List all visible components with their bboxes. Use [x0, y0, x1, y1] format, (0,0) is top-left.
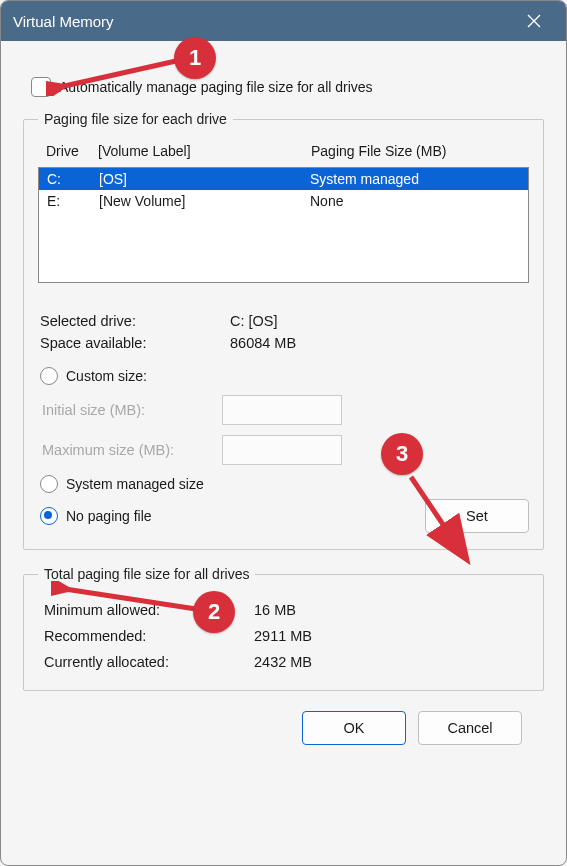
no-paging-label: No paging file: [66, 508, 152, 524]
custom-size-radio[interactable]: [40, 367, 58, 385]
titlebar: Virtual Memory: [1, 1, 566, 41]
totals-legend: Total paging file size for all drives: [38, 566, 255, 582]
drive-letter: C:: [47, 171, 99, 187]
annotation-badge-1: 1: [174, 37, 216, 79]
auto-manage-row: Automatically manage paging file size fo…: [31, 77, 544, 97]
drive-row[interactable]: E:[New Volume]None: [39, 190, 528, 212]
header-paging-size: Paging File Size (MB): [311, 143, 521, 159]
drive-row[interactable]: C:[OS]System managed: [39, 168, 528, 190]
annotation-badge-2: 2: [193, 591, 235, 633]
minimum-allowed-value: 16 MB: [254, 602, 523, 618]
currently-allocated-value: 2432 MB: [254, 654, 523, 670]
maximum-size-label: Maximum size (MB):: [42, 442, 222, 458]
drive-volume-label: [OS]: [99, 171, 310, 187]
maximum-size-input[interactable]: [222, 435, 342, 465]
annotation-badge-3: 3: [381, 433, 423, 475]
paging-per-drive-group: Paging file size for each drive Drive [V…: [23, 111, 544, 550]
no-paging-radio[interactable]: [40, 507, 58, 525]
auto-manage-checkbox[interactable]: [31, 77, 51, 97]
header-drive: Drive: [46, 143, 98, 159]
dialog-content: Automatically manage paging file size fo…: [1, 41, 566, 763]
close-button[interactable]: [514, 1, 554, 41]
set-button[interactable]: Set: [425, 499, 529, 533]
ok-button[interactable]: OK: [302, 711, 406, 745]
cancel-button[interactable]: Cancel: [418, 711, 522, 745]
initial-size-input[interactable]: [222, 395, 342, 425]
drive-table-spacer: [39, 212, 528, 282]
system-managed-label: System managed size: [66, 476, 204, 492]
drive-paging-size: None: [310, 193, 520, 209]
no-paging-option[interactable]: No paging file: [40, 507, 152, 525]
currently-allocated-label: Currently allocated:: [44, 654, 254, 670]
drive-letter: E:: [47, 193, 99, 209]
dialog-footer: OK Cancel: [23, 707, 544, 745]
virtual-memory-dialog: Virtual Memory Automatically manage pagi…: [0, 0, 567, 866]
header-volume-label: [Volume Label]: [98, 143, 311, 159]
drive-table-header: Drive [Volume Label] Paging File Size (M…: [38, 139, 529, 161]
space-available-label: Space available:: [40, 335, 230, 351]
space-available-value: 86084 MB: [230, 335, 527, 351]
system-managed-radio[interactable]: [40, 475, 58, 493]
auto-manage-label: Automatically manage paging file size fo…: [59, 79, 373, 95]
close-icon: [527, 14, 541, 28]
initial-size-label: Initial size (MB):: [42, 402, 222, 418]
drive-table[interactable]: C:[OS]System managedE:[New Volume]None: [38, 167, 529, 283]
drive-paging-size: System managed: [310, 171, 520, 187]
totals-group: Total paging file size for all drives Mi…: [23, 566, 544, 691]
recommended-value: 2911 MB: [254, 628, 523, 644]
drive-volume-label: [New Volume]: [99, 193, 310, 209]
paging-per-drive-legend: Paging file size for each drive: [38, 111, 233, 127]
window-title: Virtual Memory: [13, 13, 114, 30]
custom-size-inputs: Initial size (MB): Maximum size (MB):: [42, 395, 529, 465]
custom-size-label: Custom size:: [66, 368, 147, 384]
selected-drive-value: C: [OS]: [230, 313, 527, 329]
selected-drive-label: Selected drive:: [40, 313, 230, 329]
selected-drive-info: Selected drive: C: [OS] Space available:…: [40, 313, 527, 351]
system-managed-option[interactable]: System managed size: [40, 475, 527, 493]
custom-size-option[interactable]: Custom size:: [40, 367, 527, 385]
